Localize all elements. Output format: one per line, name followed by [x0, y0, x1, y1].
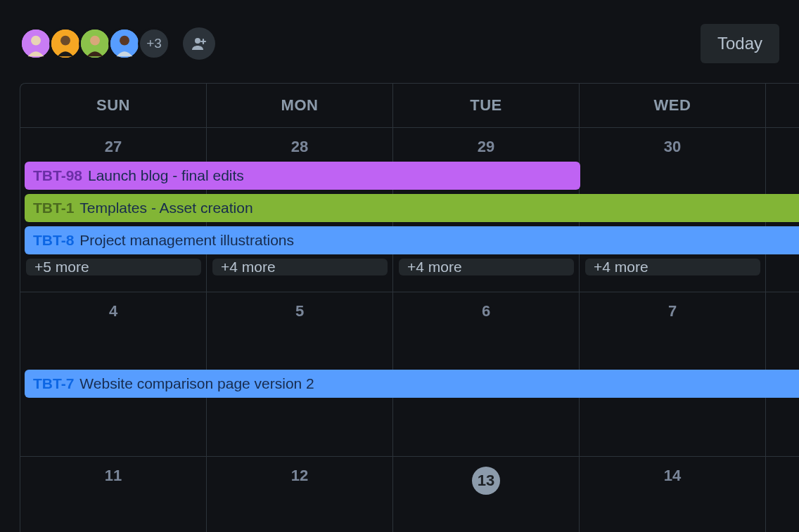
date-number: 27 [20, 134, 206, 162]
event-title: Project management illustrations [79, 232, 294, 249]
day-header-mon: MON [207, 84, 393, 128]
avatar-user-2[interactable] [49, 27, 82, 60]
week-row-3: 11 12 13 14 [20, 457, 799, 532]
event-key: TBT-98 [33, 167, 82, 184]
event-bar[interactable]: TBT-98 Launch blog - final edits [25, 162, 580, 190]
event-bar[interactable]: TBT-7 Website comparison page version 2 [25, 370, 799, 398]
more-events-pill[interactable]: +4 more [399, 259, 574, 275]
date-number: 12 [207, 462, 392, 491]
event-title: Launch blog - final edits [88, 167, 244, 184]
date-number [766, 462, 799, 472]
avatar-user-3[interactable] [79, 27, 111, 60]
date-number: 29 [393, 134, 579, 162]
svg-point-3 [60, 36, 70, 46]
more-events-pill[interactable]: +4 more [585, 259, 760, 275]
more-events-pill[interactable]: +4 more [212, 259, 388, 275]
event-bar[interactable]: TBT-8 Project management illustrations [25, 226, 799, 254]
date-number: 11 [20, 462, 206, 491]
calendar-cell[interactable] [766, 457, 799, 532]
date-number-today: 13 [393, 462, 579, 500]
event-key: TBT-7 [33, 375, 74, 392]
calendar: SUN MON TUE WED 27 28 29 30 TBT-98 Launc… [20, 83, 799, 532]
add-person-button[interactable] [183, 27, 215, 60]
date-number [766, 298, 799, 308]
toolbar: +3 Today [0, 0, 799, 83]
date-number: 30 [580, 134, 765, 162]
day-header-row: SUN MON TUE WED [20, 84, 799, 128]
svg-point-5 [90, 36, 100, 46]
week-row-2: 4 5 6 7 TBT-7 Website comparison page ve… [20, 292, 799, 457]
more-events-pill[interactable]: +5 more [26, 259, 201, 275]
event-title: Templates - Asset creation [79, 200, 253, 216]
day-header-wed: WED [580, 84, 766, 128]
date-number [766, 134, 799, 143]
person-add-icon [191, 35, 207, 52]
date-number: 4 [20, 298, 206, 326]
date-number: 5 [207, 298, 392, 326]
svg-point-7 [120, 36, 129, 46]
day-header-tue: TUE [393, 84, 580, 128]
calendar-cell[interactable]: 11 [20, 457, 207, 532]
svg-point-1 [31, 36, 41, 46]
date-number: 14 [580, 462, 765, 491]
event-key: TBT-8 [33, 232, 74, 249]
avatar-user-1[interactable] [20, 27, 52, 60]
event-title: Website comparison page version 2 [79, 375, 314, 392]
day-header-sun: SUN [20, 84, 207, 128]
date-number: 6 [393, 298, 579, 326]
calendar-cell[interactable]: 14 [580, 457, 766, 532]
avatar-overflow-count[interactable]: +3 [138, 27, 170, 60]
avatar-user-4[interactable] [108, 27, 141, 60]
week-row-1: 27 28 29 30 TBT-98 Launch blog - final e… [20, 128, 799, 292]
calendar-cell[interactable]: 13 [393, 457, 580, 532]
event-key: TBT-1 [33, 200, 74, 216]
calendar-cell[interactable]: 12 [207, 457, 393, 532]
svg-point-8 [195, 38, 200, 44]
today-button[interactable]: Today [701, 24, 779, 63]
avatar-stack[interactable]: +3 [20, 27, 170, 60]
toolbar-left: +3 [20, 27, 215, 60]
date-number: 7 [580, 298, 765, 326]
event-bar[interactable]: TBT-1 Templates - Asset creation [25, 194, 799, 222]
date-number: 28 [207, 134, 392, 162]
day-header-partial [766, 84, 799, 128]
